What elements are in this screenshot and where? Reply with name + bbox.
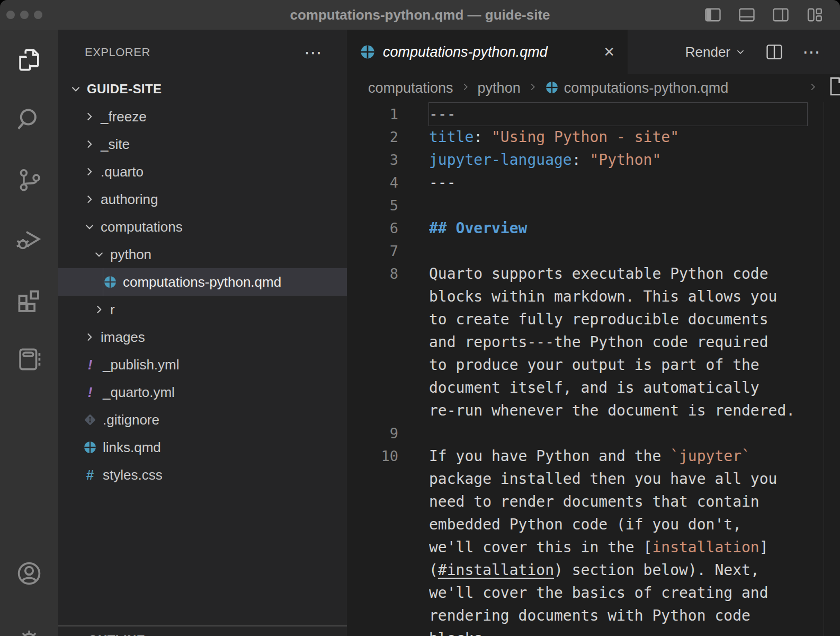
breadcrumb-computations[interactable]: computations	[368, 80, 453, 96]
code-row: blocks within markdown. This allows you	[347, 285, 840, 308]
code-row: (#installation) section below). Next,	[347, 559, 840, 581]
tab-close-icon[interactable]: ✕	[603, 44, 615, 60]
breadcrumb-python[interactable]: python	[478, 80, 521, 96]
render-button[interactable]: Render	[685, 44, 746, 60]
traffic-lights	[6, 11, 42, 19]
code-token-fg: ) section below). Next,	[554, 561, 759, 579]
breadcrumb-computations-python-qmd[interactable]: computations-python.qmd	[545, 80, 729, 96]
tab-bar: computations-python.qmd ✕ Render	[347, 30, 840, 74]
code-token-code: `jupyter`	[670, 447, 750, 465]
code-line-content: re-run whenever the document is rendered…	[429, 399, 807, 422]
tree-item-label: .gitignore	[103, 412, 159, 428]
line-number: 9	[347, 422, 429, 445]
activitybar-search-icon[interactable]	[0, 90, 58, 149]
line-number: 6	[347, 217, 429, 240]
line-number	[347, 467, 429, 490]
code-token-fg: blocks within markdown. This allows you	[429, 288, 777, 305]
code-token-fg: blocks.	[429, 630, 492, 636]
code-token-fg: to produce your output is part of the	[429, 356, 759, 374]
activitybar-explorer-icon[interactable]	[0, 30, 58, 90]
minimize-window-button[interactable]	[20, 11, 29, 19]
tree-item-guide-site[interactable]: GUIDE-SITE	[58, 75, 347, 103]
tree-item--freeze[interactable]: _freeze	[58, 103, 347, 130]
code-row: 9	[347, 422, 840, 445]
activity-bar	[0, 30, 58, 636]
tree-item-label: _publish.yml	[103, 357, 180, 373]
tree-item-label: .quarto	[101, 164, 144, 180]
split-editor-button[interactable]	[764, 42, 784, 62]
tree-item--quarto-yml[interactable]: !_quarto.yml	[58, 378, 347, 406]
quarto-file-icon	[103, 275, 117, 289]
tree-item-authoring[interactable]: authoring	[58, 186, 347, 213]
code-token-fg: we'll cover the basics of creating and	[429, 584, 768, 602]
line-number	[347, 559, 429, 581]
code-token-fg: Quarto supports executable Python code	[429, 265, 768, 282]
line-number	[347, 513, 429, 536]
css-file-icon: #	[83, 467, 97, 482]
code-line-content: document itself, and is automatically	[429, 376, 807, 399]
toggle-secondary-sidebar-icon[interactable]	[771, 5, 790, 24]
activitybar-notebook-icon[interactable]	[0, 329, 58, 389]
code-line-content: to produce your output is part of the	[429, 354, 807, 376]
code-token-fg: (	[429, 561, 438, 579]
maximize-window-button[interactable]	[34, 11, 42, 19]
code-line-content: rendering documents with Python code	[429, 604, 807, 627]
code-token-fg: :	[473, 128, 492, 146]
code-token-fg: If you have Python and the	[429, 447, 670, 465]
code-token-key: title	[429, 128, 473, 146]
breadcrumb-label: computations	[368, 80, 453, 96]
tree-item-images[interactable]: images	[58, 323, 347, 351]
breadcrumbs: computationspython computations-python.q…	[347, 74, 840, 102]
activitybar-extensions-icon[interactable]	[0, 269, 58, 329]
tree-item--site[interactable]: _site	[58, 130, 347, 158]
chevron-right-icon	[83, 330, 96, 344]
activitybar-run-debug-icon[interactable]	[0, 209, 58, 269]
tree-item-computations-python-qmd[interactable]: computations-python.qmd	[58, 268, 347, 296]
code-row: 1---	[347, 103, 840, 126]
toggle-sidebar-icon[interactable]	[703, 5, 722, 24]
tree-item--quarto[interactable]: .quarto	[58, 158, 347, 186]
customize-layout-icon[interactable]	[805, 5, 824, 24]
editor-more-actions-icon[interactable]: ⋯	[802, 47, 822, 57]
code-line-content: embedded Python code (if you don't,	[429, 513, 807, 536]
tree-item-label: python	[110, 246, 151, 263]
activitybar-source-control-icon[interactable]	[0, 149, 58, 209]
line-number: 10	[347, 445, 429, 467]
activitybar-settings-gear-icon[interactable]	[0, 603, 58, 636]
code-editor[interactable]: 1---2title: "Using Python - site"3jupyte…	[347, 102, 840, 636]
code-row: we'll cover this in the [installation]	[347, 536, 840, 559]
tree-item-styles-css[interactable]: #styles.css	[58, 461, 347, 489]
activitybar-account-icon[interactable]	[0, 543, 58, 603]
code-line-content: ---	[429, 171, 807, 194]
tree-item-links-qmd[interactable]: links.qmd	[58, 434, 347, 461]
quarto-file-icon	[360, 44, 376, 60]
tree-item--gitignore[interactable]: .gitignore	[58, 406, 347, 434]
code-row: 8Quarto supports executable Python code	[347, 262, 840, 285]
code-line-content: title: "Using Python - site"	[429, 126, 807, 148]
render-label: Render	[685, 44, 730, 60]
code-row: 3jupyter-language: "Python"	[347, 148, 840, 171]
tab-computations-python[interactable]: computations-python.qmd ✕	[347, 30, 628, 74]
titlebar: computations-python.qmd — guide-site	[0, 0, 840, 30]
code-token-fg: embedded Python code (if you don't,	[429, 516, 741, 533]
outline-header[interactable]: OUTLINE	[58, 626, 347, 636]
code-token-fg: package installed then you have all you	[429, 470, 777, 488]
tree-item-python[interactable]: python	[58, 241, 347, 268]
code-line-content: package installed then you have all you	[429, 467, 807, 490]
explorer-title: EXPLORER	[85, 46, 150, 59]
line-number	[347, 581, 429, 604]
code-row: 6## Overview	[347, 217, 840, 240]
toggle-panel-icon[interactable]	[737, 5, 756, 24]
layout-controls	[703, 5, 824, 24]
code-line-content: Quarto supports executable Python code	[429, 262, 807, 285]
tree-item-computations[interactable]: computations	[58, 213, 347, 241]
close-window-button[interactable]	[6, 11, 15, 19]
git-file-icon	[83, 412, 97, 427]
code-token-key: jupyter-language	[429, 151, 572, 169]
tree-item--publish-yml[interactable]: !_publish.yml	[58, 351, 347, 378]
tree-item-r[interactable]: r	[58, 296, 347, 323]
breadcrumb-label: python	[478, 80, 521, 96]
explorer-more-actions-icon[interactable]: ⋯	[304, 47, 324, 58]
code-token-fg: to create fully reproducible documents	[429, 311, 768, 328]
tree-item-label: r	[110, 302, 115, 318]
